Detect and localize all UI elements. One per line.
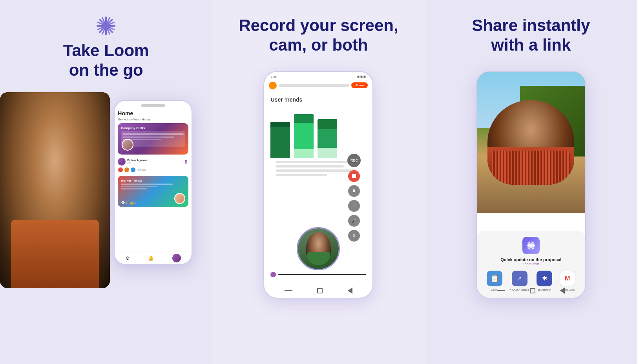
panel2-phone: 7:45 ▣▣▣ Share User Trends <box>263 71 373 298</box>
chart-title: User Trends <box>270 96 366 103</box>
phone-notch <box>141 104 165 107</box>
view-dot-3 <box>130 167 136 173</box>
panel1-face-inner <box>0 92 110 288</box>
recording-controls: REC ⏸ ⊙ 🎤 ⚙ <box>347 154 361 242</box>
chart-area: User Trends <box>264 93 372 181</box>
toolbar-progress-bar <box>279 84 349 87</box>
nav-recent <box>348 288 352 294</box>
card2-avatar <box>174 193 185 204</box>
panel1-face-bg <box>0 92 110 288</box>
panel1-phone: Home New Activity Watch History Company … <box>114 100 192 265</box>
card1-title: Company OKRs <box>121 126 185 130</box>
phone2-status: 7:45 ▣▣▣ <box>264 72 372 80</box>
text-line-2 <box>276 165 344 167</box>
panel3-title: Share instantly with a link <box>472 16 590 55</box>
phone3-bottom-nav <box>477 288 585 294</box>
card1-avatar <box>122 139 133 151</box>
share-subtitle: Loom.com <box>483 262 579 266</box>
nav3-back <box>497 290 505 291</box>
phone2-bottom-nav <box>264 288 372 294</box>
camera-circle <box>297 227 340 270</box>
user-time: 3 hr <box>127 162 147 164</box>
views-label: 4 Views <box>137 169 146 171</box>
copy-icon: 📋 <box>487 271 502 286</box>
ctrl-btn-camera: ⊙ <box>348 200 360 212</box>
phone-bottom-bar: ⊙ 🔔 <box>115 251 192 264</box>
phone-home-title: Home <box>118 110 188 116</box>
panel3-phone: 7:45 ▣▣▣ <box>476 71 586 298</box>
phone-screen: Home New Activity Watch History Company … <box>115 109 192 260</box>
progress-row <box>264 270 372 279</box>
user-info-row: Fatima Agarwal 3 hr ⬆ <box>118 158 188 166</box>
nav-back <box>285 290 292 291</box>
panel-3: Share instantly with a link 7:45 ▣▣▣ <box>425 0 637 364</box>
orange-record-dot <box>269 82 277 89</box>
nav-home <box>317 288 323 293</box>
panel-2: Record your screen, cam, or both 7:45 ▣▣… <box>212 0 425 364</box>
phone-subtitle: New Activity Watch History <box>118 118 188 121</box>
panel-1: Take Loom on the go Home New Activity Wa… <box>0 0 212 364</box>
record-button[interactable]: Share <box>351 82 368 88</box>
bluetooth-icon: ✱ <box>537 271 552 286</box>
panel2-title: Record your screen, cam, or both <box>239 16 398 55</box>
loom-icon-panel1 <box>96 16 116 36</box>
panel1-content: Home New Activity Watch History Company … <box>8 92 204 356</box>
views-row: 4 Views <box>118 167 188 173</box>
ctrl-btn-settings: ⚙ <box>348 230 360 242</box>
ctrl-btn-mic: 🎤 <box>348 215 360 227</box>
nav3-recent <box>560 288 565 294</box>
gmail-icon: M <box>560 271 575 286</box>
text-line-4 <box>276 174 327 176</box>
share-loom-icon <box>522 237 540 254</box>
phone2-toolbar: Share <box>264 80 372 91</box>
text-line-3 <box>276 169 356 172</box>
user-name: Fatima Agarwal <box>127 159 147 162</box>
view-dot-1 <box>118 167 123 173</box>
nav3-home <box>530 288 535 293</box>
ctrl-btn-stop <box>348 170 360 182</box>
share-title: Quick update on the proposal <box>483 257 579 262</box>
card2-title: Market Trends <box>121 179 185 182</box>
phone-card-1: Company OKRs <box>118 123 188 155</box>
quick-share-icon: ↗ <box>512 271 527 286</box>
ctrl-btn-pause: ⏸ <box>348 185 360 197</box>
camera-face <box>298 228 339 269</box>
text-line-1 <box>276 161 356 163</box>
panel1-title: Take Loom on the go <box>63 41 149 80</box>
view-dot-2 <box>124 167 130 173</box>
phone3-face-photo <box>477 72 585 213</box>
phone-card-2: Market Trends 💬1 👍1 <box>118 176 188 207</box>
ctrl-btn-pause-label: REC <box>347 154 361 167</box>
